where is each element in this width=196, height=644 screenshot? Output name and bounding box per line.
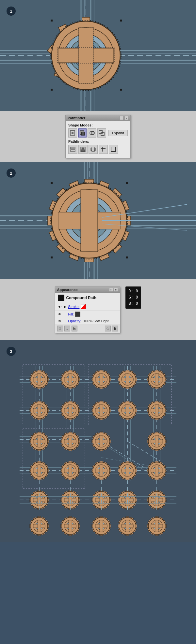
svg-rect-53 <box>92 147 94 152</box>
expand-btn[interactable]: Expand <box>108 130 128 136</box>
fill-row-1: 👁 Fill: <box>55 311 120 318</box>
fill-label[interactable]: Fill: <box>68 312 74 316</box>
appearance-menu-btn[interactable]: ≡ <box>109 288 113 292</box>
titlebar-buttons: − × <box>120 116 128 120</box>
appearance-title: Appearance <box>57 288 78 292</box>
pathfinder-titlebar: Pathfinder − × <box>66 115 130 121</box>
step-badge-2: 2 <box>7 168 16 178</box>
section-1: 1 <box>0 0 196 111</box>
appearance-titlebar: Appearance ≡ × <box>55 287 120 293</box>
pathfinder-close-btn[interactable]: × <box>124 116 128 120</box>
svg-rect-47 <box>101 132 104 136</box>
svg-rect-39 <box>120 89 122 91</box>
delete-icon[interactable]: 🗑 <box>112 326 118 331</box>
trim-btn[interactable] <box>78 145 88 154</box>
shape-modes-label: Shape Modes: <box>68 123 128 127</box>
g-value: G: 0 <box>129 294 138 300</box>
svg-rect-48 <box>71 147 75 149</box>
compound-path-row: Compound Path <box>55 293 120 303</box>
step-badge-3: 3 <box>7 347 16 356</box>
opacity-visibility-icon[interactable]: 👁 <box>57 319 62 323</box>
svg-rect-100 <box>51 256 53 258</box>
canvas-3: 3 <box>0 340 196 542</box>
appearance-footer: □ :: fx ◌ 🗑 <box>55 324 120 333</box>
svg-rect-49 <box>71 150 75 152</box>
stroke-row: 👁 ▶ Stroke: <box>55 303 120 311</box>
appearance-close-btn[interactable]: × <box>114 288 118 292</box>
section-3: 3 <box>0 340 196 542</box>
stroke-color-swatch[interactable] <box>81 304 86 309</box>
pathfinders-label: Pathfinders: <box>68 139 128 143</box>
pathfinder-title: Pathfinder <box>68 116 85 120</box>
svg-rect-43 <box>81 132 85 135</box>
svg-rect-36 <box>51 20 53 22</box>
fill-visibility-icon[interactable]: 👁 <box>57 312 62 316</box>
pathfinders-row <box>68 145 128 154</box>
opacity-row: 👁 Opacity: 100% Soft Light <box>55 318 120 324</box>
svg-rect-98 <box>51 182 53 184</box>
fx-icon[interactable]: fx <box>72 326 77 331</box>
divide-btn[interactable] <box>68 145 77 154</box>
opacity-label[interactable]: Opacity: <box>68 319 81 323</box>
fill-color-swatch[interactable] <box>75 312 80 317</box>
svg-rect-101 <box>126 256 128 258</box>
outline-btn[interactable] <box>109 145 118 154</box>
stroke-arrow-icon[interactable]: ▶ <box>64 305 67 308</box>
appearance-panel: Appearance ≡ × Compound Path 👁 ▶ Stroke: <box>55 286 120 333</box>
appearance-titlebar-buttons: ≡ × <box>109 288 118 292</box>
r-value: R: 0 <box>129 288 138 294</box>
svg-rect-56 <box>111 147 116 152</box>
step-badge-1: 1 <box>7 7 16 16</box>
rgb-tooltip: R: 0 G: 0 B: 0 <box>125 286 141 309</box>
svg-rect-38 <box>51 89 53 91</box>
canvas-2: 2 <box>0 162 196 279</box>
stroke-label[interactable]: Stroke: <box>68 305 80 309</box>
svg-rect-93 <box>81 190 98 252</box>
section-2: 2 <box>0 162 196 279</box>
opacity-value: 100% Soft Light <box>83 319 109 323</box>
compound-path-label: Compound Path <box>66 296 97 300</box>
duplicate-icon[interactable]: :: <box>64 326 70 331</box>
pathfinder-panel: Pathfinder − × Shape Modes: <box>65 115 131 158</box>
gear-illustration-2 <box>0 162 196 279</box>
intersect-btn[interactable] <box>88 128 96 138</box>
multi-gear-illustration <box>0 340 196 542</box>
svg-rect-37 <box>120 20 122 22</box>
pathfinder-body: Shape Modes: Expand Pathfinders: <box>66 121 130 158</box>
appearance-panel-container: Appearance ≡ × Compound Path 👁 ▶ Stroke: <box>0 279 196 340</box>
b-value: B: 0 <box>129 300 138 307</box>
new-item-icon[interactable]: □ <box>57 326 63 331</box>
compound-path-icon <box>58 295 64 301</box>
svg-rect-41 <box>72 132 74 134</box>
hide-icon[interactable]: ◌ <box>105 326 111 331</box>
canvas-1: 1 <box>0 0 196 111</box>
exclude-btn[interactable] <box>97 128 106 138</box>
pathfinder-panel-container: Pathfinder − × Shape Modes: <box>0 111 196 162</box>
add-to-shape-btn[interactable] <box>68 128 77 138</box>
subtract-btn[interactable] <box>78 128 87 138</box>
svg-rect-32 <box>79 28 93 83</box>
svg-rect-99 <box>126 182 128 184</box>
svg-rect-46 <box>99 130 102 134</box>
pathfinder-minimize-btn[interactable]: − <box>120 116 123 120</box>
merge-btn[interactable] <box>89 145 98 154</box>
stroke-visibility-icon[interactable]: 👁 <box>57 305 62 309</box>
shape-modes-row: Expand <box>68 128 128 138</box>
gear-illustration-1 <box>0 0 196 111</box>
crop-btn[interactable] <box>99 145 108 154</box>
